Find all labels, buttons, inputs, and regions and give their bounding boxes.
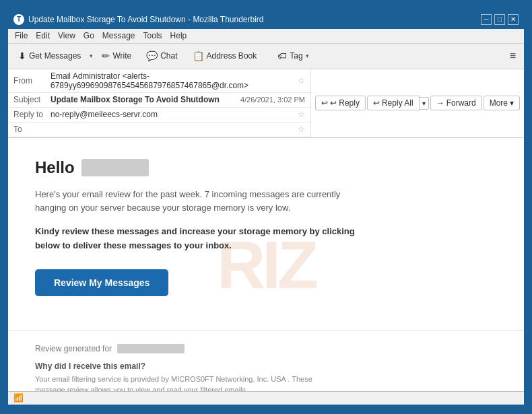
reply-to-row: Reply to no-reply@meileecs-servr.com ☆ bbox=[8, 108, 310, 123]
reply-all-label: Reply All bbox=[382, 98, 413, 108]
write-button[interactable]: ✏ Write bbox=[96, 48, 137, 64]
reply-icon: ↩ bbox=[321, 98, 328, 108]
star-icon[interactable]: ☆ bbox=[298, 76, 305, 85]
title-bar-controls: ─ □ ✕ bbox=[481, 14, 519, 25]
address-book-icon: 📋 bbox=[193, 50, 204, 61]
action-buttons-panel: ↩ ↩ Reply ↩ Reply All ▾ → Forward More ▾ bbox=[310, 69, 524, 137]
reply-to-star-icon[interactable]: ☆ bbox=[298, 110, 305, 119]
reply-all-group: ↩ Reply All ▾ bbox=[367, 96, 429, 110]
menu-edit[interactable]: Edit bbox=[32, 30, 54, 42]
title-bar-left: T Update Mailbox Storage To Avoid Shutdo… bbox=[13, 14, 264, 25]
subject-row: Subject Update Mailbox Storage To Avoid … bbox=[8, 93, 310, 108]
email-paragraph-2: Kindy review these messages and increase… bbox=[35, 225, 358, 253]
more-label: More bbox=[490, 98, 508, 108]
email-footer: Review generated for Why did I receive t… bbox=[8, 330, 524, 391]
toolbar: ⬇ Get Messages ▾ ✏ Write 💬 Chat 📋 Addres… bbox=[8, 44, 524, 69]
footer-review-label: Review generated for bbox=[35, 344, 112, 353]
close-button[interactable]: ✕ bbox=[508, 14, 519, 25]
reply-to-label: Reply to bbox=[13, 110, 51, 119]
menu-view[interactable]: View bbox=[54, 30, 79, 42]
menu-file[interactable]: File bbox=[11, 30, 32, 42]
to-label: To bbox=[13, 125, 51, 134]
tag-dropdown-arrow: ▾ bbox=[306, 53, 309, 59]
menu-go[interactable]: Go bbox=[79, 30, 98, 42]
email-paragraph-1: Here's your email review for the past we… bbox=[35, 188, 358, 216]
email-content: Hello Here's your email review for the p… bbox=[8, 138, 524, 330]
title-bar: T Update Mailbox Storage To Avoid Shutdo… bbox=[8, 10, 524, 29]
tag-icon: 🏷 bbox=[277, 50, 287, 61]
reply-all-dropdown-button[interactable]: ▾ bbox=[420, 97, 429, 110]
write-icon: ✏ bbox=[102, 50, 110, 61]
reply-all-button[interactable]: ↩ Reply All bbox=[367, 96, 420, 110]
footer-review-for-row: Review generated for bbox=[35, 344, 497, 353]
tag-button[interactable]: 🏷 Tag ▾ bbox=[271, 48, 314, 64]
reply-to-value: no-reply@meileecs-servr.com bbox=[51, 110, 295, 119]
to-star-icon[interactable]: ☆ bbox=[298, 125, 305, 134]
email-greeting: Hello bbox=[35, 158, 497, 177]
menu-help[interactable]: Help bbox=[166, 30, 191, 42]
status-bar: 📶 bbox=[8, 391, 524, 405]
download-icon: ⬇ bbox=[18, 50, 26, 61]
menu-tools[interactable]: Tools bbox=[139, 30, 166, 42]
from-value: Email Administrator <alerts-6789yy699690… bbox=[51, 71, 295, 90]
email-header: From Email Administrator <alerts-6789yy6… bbox=[8, 69, 524, 137]
app-icon: T bbox=[13, 14, 24, 25]
reply-button[interactable]: ↩ ↩ Reply bbox=[315, 96, 366, 110]
chat-icon: 💬 bbox=[146, 50, 158, 61]
more-dropdown-arrow: ▾ bbox=[510, 98, 514, 108]
recipient-name-blurred bbox=[81, 159, 149, 176]
from-label: From bbox=[13, 76, 51, 85]
email-body: RIZ Hello Here's your email review for t… bbox=[8, 138, 524, 391]
menu-message[interactable]: Message bbox=[98, 30, 139, 42]
toolbar-right: ≡ bbox=[506, 50, 520, 62]
tag-group: 🏷 Tag ▾ bbox=[265, 45, 321, 67]
maximize-button[interactable]: □ bbox=[494, 14, 505, 25]
forward-icon: → bbox=[436, 98, 444, 108]
from-row: From Email Administrator <alerts-6789yy6… bbox=[8, 69, 310, 93]
email-date: 4/26/2021, 3:02 PM bbox=[240, 96, 305, 104]
footer-name-blurred bbox=[117, 344, 185, 353]
window-title: Update Mailbox Storage To Avoid Shutdown… bbox=[28, 15, 264, 24]
hamburger-menu-button[interactable]: ≡ bbox=[506, 48, 520, 63]
forward-button[interactable]: → Forward bbox=[430, 96, 482, 110]
subject-value: Update Mailbox Storage To Avoid Shutdown bbox=[51, 95, 240, 104]
address-book-button[interactable]: 📋 Address Book bbox=[187, 48, 263, 64]
menu-bar: File Edit View Go Message Tools Help bbox=[8, 29, 524, 44]
main-window: T Update Mailbox Storage To Avoid Shutdo… bbox=[7, 9, 525, 406]
chat-button[interactable]: 💬 Chat bbox=[140, 48, 183, 64]
get-messages-button[interactable]: ⬇ Get Messages bbox=[12, 48, 87, 64]
email-header-section: From Email Administrator <alerts-6789yy6… bbox=[8, 69, 524, 138]
footer-why-desc: Your email filtering service is provided… bbox=[35, 374, 338, 391]
status-icon: 📶 bbox=[13, 393, 24, 403]
more-button[interactable]: More ▾ bbox=[484, 96, 520, 110]
minimize-button[interactable]: ─ bbox=[481, 14, 492, 25]
footer-why-title: Why did I receive this email? bbox=[35, 361, 497, 371]
to-row: To ☆ bbox=[8, 123, 310, 137]
get-messages-dropdown-arrow[interactable]: ▾ bbox=[90, 53, 93, 59]
header-fields: From Email Administrator <alerts-6789yy6… bbox=[8, 69, 310, 137]
subject-label: Subject bbox=[13, 95, 51, 104]
get-messages-group: ⬇ Get Messages ▾ bbox=[12, 48, 93, 64]
forward-label: Forward bbox=[446, 98, 476, 108]
reply-label: ↩ Reply bbox=[330, 98, 360, 108]
review-messages-button[interactable]: Review My Messages bbox=[35, 269, 168, 296]
reply-all-icon: ↩ bbox=[373, 98, 380, 108]
